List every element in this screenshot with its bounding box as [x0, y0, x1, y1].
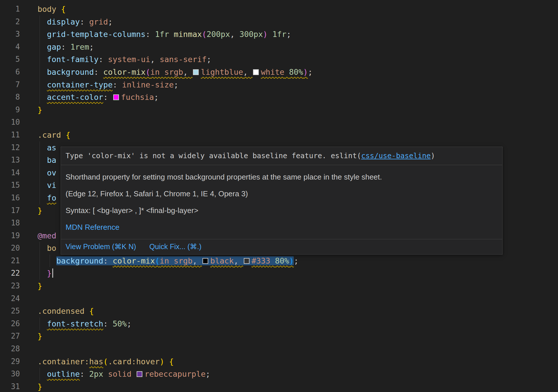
line-number[interactable]: 5 [0, 53, 27, 66]
eslint-rule-suffix: ) [431, 152, 435, 160]
code-token: { [66, 130, 70, 139]
line-number[interactable]: 16 [0, 192, 27, 204]
code-line: 21 background: color-mix(in srgb, black,… [0, 255, 558, 267]
code-content[interactable]: } [27, 267, 558, 280]
code-token: ov [47, 168, 57, 177]
color-swatch[interactable] [202, 258, 208, 264]
code-token: solid [108, 369, 131, 378]
mdn-reference-link[interactable]: MDN Reference [66, 223, 119, 232]
code-content[interactable]: .card { [27, 129, 558, 141]
code-token: : [80, 17, 89, 26]
code-token [284, 68, 289, 76]
code-content[interactable]: } [27, 104, 558, 116]
line-number[interactable]: 1 [0, 3, 27, 16]
code-content[interactable]: grid-template-columns: 1fr minmax(200px,… [27, 28, 558, 41]
code-token: fo [47, 193, 57, 202]
indent-guide [40, 167, 40, 179]
line-number[interactable]: 3 [0, 28, 27, 41]
code-line: 5 font-family: system-ui, sans-serif; [0, 53, 558, 66]
code-token: 80% [275, 256, 289, 265]
code-content[interactable] [27, 116, 558, 129]
code-token: color-mix [103, 68, 146, 76]
indent-guide [40, 66, 40, 79]
code-content[interactable]: background: color-mix(in srgb, lightblue… [27, 66, 558, 79]
color-swatch[interactable] [253, 69, 259, 75]
code-token: grid [89, 17, 108, 26]
line-number[interactable]: 27 [0, 330, 27, 343]
line-number[interactable]: 8 [0, 91, 27, 104]
line-number[interactable]: 23 [0, 280, 27, 292]
line-number[interactable]: 21 [0, 255, 27, 267]
code-content[interactable]: } [27, 280, 558, 292]
color-swatch[interactable] [193, 69, 199, 75]
quick-fix-action[interactable]: Quick Fix... (⌘.) [149, 242, 202, 251]
text-cursor [52, 268, 53, 278]
line-number[interactable]: 4 [0, 41, 27, 53]
line-number[interactable]: 2 [0, 16, 27, 28]
line-number[interactable]: 25 [0, 305, 27, 318]
code-line: 10 [0, 116, 558, 129]
code-token [38, 143, 47, 152]
line-number[interactable]: 28 [0, 343, 27, 355]
code-line: 1body { [0, 3, 558, 16]
code-token: .container: [38, 357, 89, 366]
code-content[interactable]: font-stretch: 50%; [27, 318, 558, 330]
line-number[interactable]: 22 [0, 267, 27, 280]
code-token: : [103, 319, 113, 328]
line-number[interactable]: 15 [0, 179, 27, 192]
syntax-info: Syntax: [ <bg-layer> , ]* <final-bg-laye… [66, 206, 498, 215]
line-number[interactable]: 6 [0, 66, 27, 79]
code-content[interactable]: container-type: inline-size; [27, 79, 558, 91]
code-content[interactable]: outline: 2px solid rebeccapurple; [27, 368, 558, 380]
code-token: { [61, 5, 66, 14]
line-number[interactable]: 13 [0, 154, 27, 167]
code-content[interactable] [27, 343, 558, 355]
code-token [38, 80, 47, 89]
line-number[interactable]: 17 [0, 204, 27, 217]
hover-documentation: Shorthand property for setting most back… [61, 172, 502, 232]
color-swatch[interactable] [137, 371, 142, 377]
color-swatch[interactable] [244, 258, 250, 264]
code-token [268, 30, 272, 39]
line-number[interactable]: 19 [0, 229, 27, 242]
view-problem-action[interactable]: View Problem (⌘K N) [66, 242, 136, 251]
code-token: 1fr [155, 30, 169, 39]
line-number[interactable]: 31 [0, 380, 27, 392]
code-token: } [38, 332, 42, 341]
line-number[interactable]: 30 [0, 368, 27, 380]
line-number[interactable]: 20 [0, 242, 27, 255]
code-content[interactable]: display: grid; [27, 16, 558, 28]
line-number[interactable]: 11 [0, 129, 27, 141]
code-content[interactable] [27, 292, 558, 305]
code-content[interactable]: } [27, 380, 558, 392]
line-number[interactable]: 26 [0, 318, 27, 330]
code-content[interactable]: gap: 1rem; [27, 41, 558, 53]
code-content[interactable]: background: color-mix(in srgb, black, #3… [27, 255, 558, 267]
line-number[interactable]: 29 [0, 355, 27, 368]
line-number[interactable]: 9 [0, 104, 27, 116]
line-number[interactable]: 18 [0, 217, 27, 229]
color-swatch[interactable] [113, 94, 119, 100]
line-number[interactable]: 10 [0, 116, 27, 129]
line-number[interactable]: 24 [0, 292, 27, 305]
code-content[interactable]: .container:has(.card:hover) { [27, 355, 558, 368]
code-token: body [38, 5, 61, 14]
code-content[interactable]: font-family: system-ui, sans-serif; [27, 53, 558, 66]
code-token: : [61, 42, 70, 51]
code-content[interactable]: body { [27, 3, 558, 16]
code-token [38, 17, 47, 26]
code-token: } [47, 269, 52, 278]
line-number[interactable]: 12 [0, 141, 27, 154]
eslint-rule-link[interactable]: css/use-baseline [361, 152, 431, 160]
code-content[interactable]: accent-color: fuchsia; [27, 91, 558, 104]
code-token: ; [108, 17, 113, 26]
code-editor[interactable]: 1body {2 display: grid;3 grid-template-c… [0, 0, 558, 392]
code-token: minmax [174, 30, 202, 39]
code-line: 28 [0, 343, 558, 355]
code-token: in srgb [150, 68, 183, 76]
code-content[interactable]: .condensed { [27, 305, 558, 318]
code-content[interactable]: } [27, 330, 558, 343]
line-number[interactable]: 7 [0, 79, 27, 91]
code-token: ; [89, 42, 94, 51]
line-number[interactable]: 14 [0, 167, 27, 179]
